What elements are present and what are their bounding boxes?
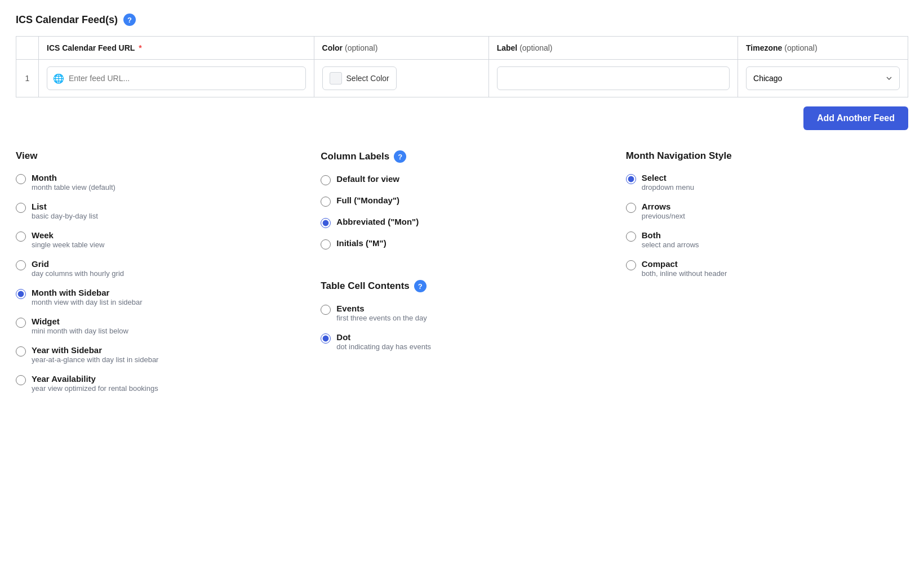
radio-title-list: List: [32, 202, 98, 211]
month-nav-title: Month Navigation Style: [626, 150, 908, 162]
radio-item-select: Selectdropdown menu: [626, 173, 908, 191]
radio-title-compact: Compact: [642, 259, 727, 269]
col-label-optional: (optional): [519, 43, 552, 52]
radio-item-week: Weeksingle week table view: [16, 230, 298, 249]
radio-month[interactable]: [16, 174, 26, 184]
row-number: 1: [16, 60, 39, 97]
url-input-wrapper: 🌐: [47, 66, 306, 90]
radio-title-full: Full ("Monday"): [336, 195, 399, 205]
radio-title-initials: Initials ("M"): [336, 238, 386, 248]
color-swatch: [330, 72, 342, 84]
radio-desc-both: select and arrows: [642, 240, 699, 249]
color-cell: Select Color: [314, 60, 488, 97]
radio-item-arrows: Arrowsprevious/next: [626, 202, 908, 220]
column-label-options: Default for viewFull ("Monday")Abbreviat…: [321, 174, 603, 260]
color-select-button[interactable]: Select Color: [322, 66, 397, 90]
add-feed-row: Add Another Feed: [16, 106, 908, 130]
radio-month-sidebar[interactable]: [16, 289, 26, 299]
radio-compact[interactable]: [626, 260, 636, 270]
radio-select[interactable]: [626, 174, 636, 184]
view-group: View Monthmonth table view (default)List…: [16, 150, 298, 403]
radio-title-dot: Dot: [336, 332, 431, 342]
column-labels-title: Column Labels ?: [321, 150, 603, 163]
radio-initials[interactable]: [321, 239, 331, 250]
radio-list[interactable]: [16, 203, 26, 213]
timezone-select[interactable]: ChicagoNew YorkLos AngelesLondonUTC: [746, 66, 900, 90]
radio-title-select: Select: [642, 173, 694, 182]
col-timezone: Timezone (optional): [738, 37, 908, 60]
add-feed-button[interactable]: Add Another Feed: [803, 106, 908, 130]
radio-item-year-sidebar: Year with Sidebaryear-at-a-glance with d…: [16, 345, 298, 364]
radio-desc-events: first three events on the day: [336, 314, 427, 322]
label-input[interactable]: [497, 66, 730, 90]
radio-title-year-availability: Year Availability: [32, 374, 158, 384]
radio-abbreviated[interactable]: [321, 218, 331, 228]
radio-grid[interactable]: [16, 260, 26, 270]
radio-year-sidebar[interactable]: [16, 346, 26, 357]
radio-title-default-view: Default for view: [336, 174, 399, 184]
column-labels-help-icon[interactable]: ?: [394, 150, 406, 163]
radio-desc-week: single week table view: [32, 240, 104, 249]
radio-desc-grid: day columns with hourly grid: [32, 269, 124, 278]
label-cell: [488, 60, 738, 97]
radio-item-initials: Initials ("M"): [321, 238, 603, 250]
month-nav-group: Month Navigation Style Selectdropdown me…: [626, 150, 908, 403]
help-icon[interactable]: ?: [123, 14, 136, 26]
view-options: Monthmonth table view (default)Listbasic…: [16, 173, 298, 403]
radio-events[interactable]: [321, 305, 331, 315]
radio-desc-widget: mini month with day list below: [32, 327, 128, 335]
radio-item-widget: Widgetmini month with day list below: [16, 317, 298, 335]
radio-title-year-sidebar: Year with Sidebar: [32, 345, 158, 355]
col-rownum: [16, 37, 39, 60]
radio-desc-month-sidebar: month view with day list in sidebar: [32, 298, 143, 306]
radio-desc-list: basic day-by-day list: [32, 212, 98, 220]
radio-desc-dot: dot indicating day has events: [336, 342, 431, 351]
radio-item-year-availability: Year Availabilityyear view optimized for…: [16, 374, 298, 393]
col-label: Label (optional): [488, 37, 738, 60]
radio-year-availability[interactable]: [16, 375, 26, 385]
radio-title-both: Both: [642, 230, 699, 240]
month-nav-options: Selectdropdown menuArrowsprevious/nextBo…: [626, 173, 908, 288]
radio-title-abbreviated: Abbreviated ("Mon"): [336, 217, 419, 226]
radio-desc-year-sidebar: year-at-a-glance with day list in sideba…: [32, 355, 158, 364]
radio-widget[interactable]: [16, 318, 26, 328]
radio-default-view[interactable]: [321, 175, 331, 185]
radio-arrows[interactable]: [626, 203, 636, 213]
table-cell-help-icon[interactable]: ?: [414, 280, 427, 292]
col-url: ICS Calendar Feed URL *: [39, 37, 314, 60]
globe-icon: 🌐: [53, 73, 64, 84]
radio-title-widget: Widget: [32, 317, 128, 326]
table-row: 1 🌐 Select Color ChicagoNew YorkLos Ange…: [16, 60, 908, 97]
view-title: View: [16, 150, 298, 162]
radio-title-week: Week: [32, 230, 104, 240]
col-color-optional: (optional): [345, 43, 377, 52]
feed-table: ICS Calendar Feed URL * Color (optional)…: [16, 36, 908, 97]
radio-desc-compact: both, inline without header: [642, 269, 727, 278]
section-header: ICS Calendar Feed(s) ?: [16, 14, 908, 26]
section-title-text: ICS Calendar Feed(s): [16, 14, 118, 26]
required-marker: *: [136, 43, 141, 52]
radio-item-events: Eventsfirst three events on the day: [321, 304, 603, 322]
radio-full[interactable]: [321, 197, 331, 207]
radio-desc-year-availability: year view optimized for rental bookings: [32, 384, 158, 393]
middle-column: Column Labels ? Default for viewFull ("M…: [321, 150, 603, 403]
timezone-cell: ChicagoNew YorkLos AngelesLondonUTC: [738, 60, 908, 97]
radio-item-both: Bothselect and arrows: [626, 230, 908, 249]
radio-both[interactable]: [626, 231, 636, 242]
col-timezone-optional: (optional): [784, 43, 817, 52]
radio-title-arrows: Arrows: [642, 202, 685, 211]
radio-dot[interactable]: [321, 333, 331, 344]
radio-item-grid: Gridday columns with hourly grid: [16, 259, 298, 278]
radio-item-list: Listbasic day-by-day list: [16, 202, 298, 220]
radio-desc-arrows: previous/next: [642, 212, 685, 220]
radio-item-full: Full ("Monday"): [321, 195, 603, 207]
radio-item-compact: Compactboth, inline without header: [626, 259, 908, 278]
url-input[interactable]: [69, 74, 300, 83]
radio-desc-month: month table view (default): [32, 183, 115, 191]
radio-week[interactable]: [16, 231, 26, 242]
radio-item-dot: Dotdot indicating day has events: [321, 332, 603, 351]
col-color: Color (optional): [314, 37, 488, 60]
color-select-label: Select Color: [346, 74, 389, 83]
radio-item-abbreviated: Abbreviated ("Mon"): [321, 217, 603, 228]
radio-title-events: Events: [336, 304, 427, 313]
